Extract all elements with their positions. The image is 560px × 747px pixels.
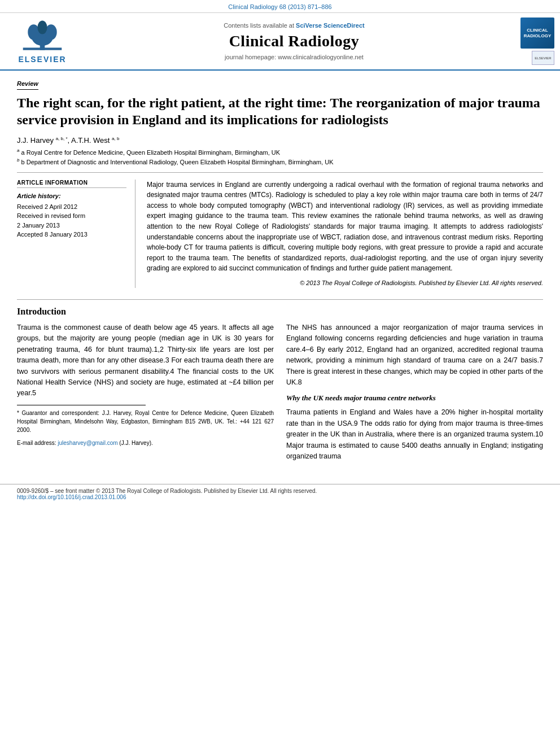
introduction-heading: Introduction (17, 307, 543, 317)
article-history-title: Article history: (17, 193, 126, 199)
authors-line: J.J. Harvey a, b, *, A.T.H. West a, b (17, 136, 543, 145)
main-content: Review The right scan, for the right pat… (0, 71, 560, 484)
sciverse-prefix: Contents lists available at (224, 22, 296, 29)
footnote-divider (17, 405, 146, 405)
affiliation-b-text: b Department of Diagnostic and Intervent… (21, 159, 334, 165)
article-info-title: ARTICLE INFORMATION (17, 180, 126, 188)
journal-homepage: journal homepage: www.clinicalradiologyo… (225, 54, 364, 60)
badge-text: CLINICALRADIOLOGY (524, 28, 551, 38)
abstract-text: Major trauma services in England are cur… (147, 180, 543, 288)
small-badge-text: ELSEVIER (535, 56, 551, 60)
copyright-line: © 2013 The Royal College of Radiologists… (147, 278, 543, 288)
elsevier-logo-section: ELSEVIER (6, 18, 79, 65)
footnote-email-address[interactable]: julesharvey@gmail.com (58, 440, 117, 446)
svg-point-4 (37, 20, 47, 34)
received-date: Received 2 April 2012 (17, 202, 126, 212)
footnote-email-label: E-mail address: (17, 440, 58, 446)
sciverse-line: Contents lists available at SciVerse Sci… (224, 22, 365, 29)
subsection-title: Why the UK needs major trauma centre net… (286, 392, 543, 404)
abstract-column: Major trauma services in England are cur… (147, 180, 543, 288)
article-info-abstract-section: ARTICLE INFORMATION Article history: Rec… (17, 180, 543, 288)
journal-ref-text: Clinical Radiology 68 (2013) 871–886 (228, 3, 331, 10)
radiology-badge: CLINICALRADIOLOGY (520, 18, 554, 49)
sciverse-link[interactable]: SciVerse ScienceDirect (296, 22, 365, 29)
doi-link[interactable]: http://dx.doi.org/10.1016/j.crad.2013.01… (17, 494, 126, 500)
subsection-paragraph: Trauma patients in England and Wales hav… (286, 407, 543, 462)
small-badge: ELSEVIER (532, 51, 554, 65)
abstract-paragraph: Major trauma services in England are cur… (147, 180, 543, 274)
journal-badge-section: CLINICALRADIOLOGY ELSEVIER (509, 18, 554, 65)
intro-left-paragraph: Trauma is the commonest cause of death b… (17, 322, 274, 399)
bottom-issn: 0009-9260/$ – see front matter © 2013 Th… (17, 488, 543, 494)
intro-right-col: The NHS has announced a major reorganiza… (286, 322, 543, 466)
footnote-email-line: E-mail address: julesharvey@gmail.com (J… (17, 439, 274, 447)
article-info-column: ARTICLE INFORMATION Article history: Rec… (17, 180, 135, 288)
bottom-bar: 0009-9260/$ – see front matter © 2013 Th… (0, 484, 560, 504)
bottom-doi: http://dx.doi.org/10.1016/j.crad.2013.01… (17, 494, 543, 500)
article-title: The right scan, for the right patient, a… (17, 94, 543, 128)
authors-text: J.J. Harvey a, b, *, A.T.H. West a, b (17, 136, 119, 145)
journal-reference-bar: Clinical Radiology 68 (2013) 871–886 (0, 0, 560, 13)
svg-rect-5 (23, 47, 62, 50)
elsevier-logo: ELSEVIER (18, 19, 66, 64)
accepted-date: Accepted 8 January 2013 (17, 230, 126, 239)
elsevier-tree-svg (20, 19, 65, 53)
footnote-text: * Guarantor and correspondent: J.J. Harv… (17, 409, 274, 447)
affiliation-b: b b Department of Diagnostic and Interve… (17, 158, 543, 165)
article-type-label: Review (17, 80, 38, 90)
footnote-email-suffix: (J.J. Harvey). (118, 440, 153, 446)
journal-name: Clinical Radiology (229, 32, 360, 50)
journal-header: ELSEVIER Contents lists available at Sci… (0, 13, 560, 71)
journal-title-section: Contents lists available at SciVerse Sci… (85, 18, 504, 65)
revised-date: 2 January 2013 (17, 221, 126, 230)
intro-left-col: Trauma is the commonest cause of death b… (17, 322, 274, 466)
footnote-guarantor: * Guarantor and correspondent: J.J. Harv… (17, 409, 274, 434)
header-divider (17, 172, 543, 173)
affiliation-a: a a Royal Centre for Defence Medicine, Q… (17, 148, 543, 156)
affiliation-a-text: a Royal Centre for Defence Medicine, Que… (21, 149, 281, 156)
introduction-body: Trauma is the commonest cause of death b… (17, 322, 543, 466)
intro-right-paragraph: The NHS has announced a major reorganiza… (286, 322, 543, 388)
elsevier-wordmark: ELSEVIER (18, 55, 66, 64)
received-revised-label: Received in revised form (17, 211, 126, 221)
body-divider (17, 299, 543, 300)
